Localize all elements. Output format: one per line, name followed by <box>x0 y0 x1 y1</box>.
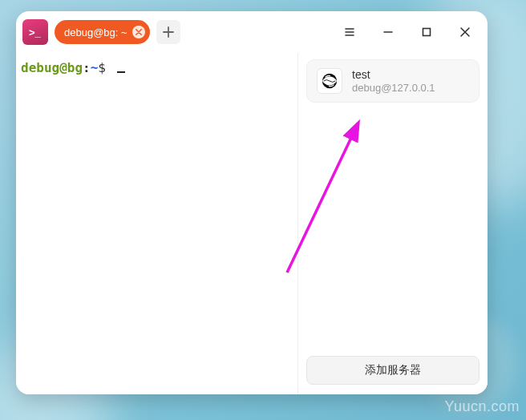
hamburger-menu-button[interactable] <box>334 16 366 48</box>
close-icon <box>136 29 142 35</box>
server-title: test <box>352 68 435 81</box>
new-tab-button[interactable] <box>156 20 180 44</box>
app-icon-glyph: >_ <box>29 26 41 38</box>
prompt-path: ~ <box>91 60 99 75</box>
terminal-pane[interactable]: debug@bg:~$ <box>16 53 298 394</box>
prompt-user: debug@bg <box>21 60 83 75</box>
server-meta: test debug@127.0.0.1 <box>352 68 435 94</box>
window-body: debug@bg:~$ test debug@127.0.0.1 <box>16 53 488 394</box>
tab-title: debug@bg: ~ <box>64 26 127 38</box>
hamburger-icon <box>344 26 355 38</box>
titlebar: >_ debug@bg: ~ <box>16 11 488 53</box>
terminal-cursor <box>117 71 125 73</box>
server-sidebar: test debug@127.0.0.1 添加服务器 <box>298 53 488 394</box>
close-icon <box>459 26 471 38</box>
minimize-icon <box>382 26 394 38</box>
app-icon: >_ <box>22 19 48 45</box>
server-subtitle: debug@127.0.0.1 <box>352 82 435 94</box>
tab-close-button[interactable] <box>132 26 145 38</box>
watermark: Yuucn.com <box>444 398 520 415</box>
add-server-button[interactable]: 添加服务器 <box>306 356 479 385</box>
active-tab[interactable]: debug@bg: ~ <box>55 20 150 44</box>
server-list-item[interactable]: test debug@127.0.0.1 <box>306 59 479 103</box>
maximize-icon <box>421 26 432 38</box>
globe-icon <box>317 68 342 94</box>
prompt-separator: : <box>83 60 91 75</box>
app-window: >_ debug@bg: ~ <box>16 11 488 394</box>
close-window-button[interactable] <box>449 16 481 48</box>
plus-icon <box>163 26 174 38</box>
prompt-dollar: $ <box>98 60 106 75</box>
maximize-button[interactable] <box>411 16 443 48</box>
minimize-button[interactable] <box>372 16 404 48</box>
svg-rect-0 <box>423 29 431 36</box>
